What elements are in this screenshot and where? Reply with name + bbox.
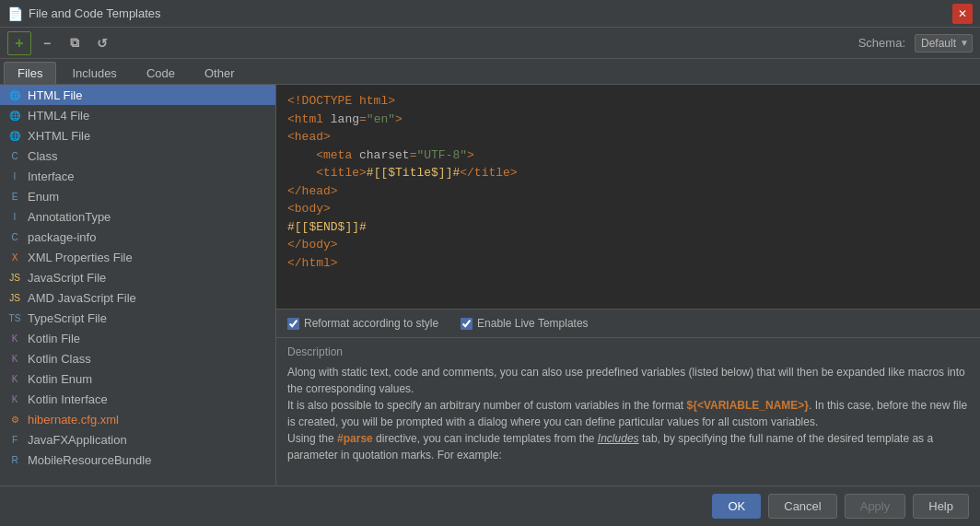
reset-button[interactable]: ↺ [90,31,114,55]
xml-icon: X [7,250,22,264]
sidebar-item-label: Kotlin Class [28,352,91,366]
kotlin-icon: K [7,331,22,345]
js-icon: JS [7,290,22,305]
fx-icon: F [7,432,22,447]
java-class-icon: C [7,229,22,244]
description-title: Description [287,345,969,358]
sidebar-item-label: AMD JavaScript File [28,291,136,305]
tabs-row: Files Includes Code Other [0,59,980,85]
sidebar-item-label: XHTML File [28,129,90,143]
html-icon: 🌐 [7,108,22,123]
content-area: <!DOCTYPE html><html lang="en"><head> <m… [276,85,980,485]
code-line: </head> [287,182,969,201]
code-line: <title>#[[$Title$]]#</title> [287,164,969,182]
sidebar-item-label: Class [28,149,58,163]
sidebar-item-label: Kotlin Enum [28,372,92,386]
sidebar-item-xml-properties[interactable]: XXML Properties File [0,247,275,267]
app-icon: 📄 [7,6,23,21]
cfg-icon: ⚙ [7,412,22,427]
tab-includes[interactable]: Includes [58,62,130,84]
sidebar-item-enum[interactable]: EEnum [0,186,275,206]
toolbar: + − ⧉ ↺ Schema: Default ▼ [0,28,980,59]
sidebar-item-annotation-type[interactable]: IAnnotationType [0,206,275,227]
sidebar-item-label: HTML4 File [28,109,89,123]
sidebar-item-html4-file[interactable]: 🌐HTML4 File [0,105,275,125]
java-iface-icon: I [7,209,22,224]
sidebar-item-kotlin-class[interactable]: KKotlin Class [0,348,275,368]
code-line: <body> [287,200,969,218]
help-button[interactable]: Help [913,494,969,519]
tab-code[interactable]: Code [133,62,189,84]
sidebar-item-xhtml-file[interactable]: 🌐XHTML File [0,125,275,146]
schema-label: Schema: [858,36,905,50]
schema-wrapper: Default ▼ [915,34,973,53]
schema-select[interactable]: Default [915,34,973,53]
sidebar-item-label: package-info [28,230,96,244]
live-templates-checkbox-label[interactable]: Enable Live Templates [461,317,589,330]
live-templates-label: Enable Live Templates [477,317,589,330]
sidebar-item-html-file[interactable]: 🌐HTML File [0,85,275,105]
sidebar: 🌐HTML File🌐HTML4 File🌐XHTML FileCClassII… [0,85,276,485]
sidebar-item-kotlin-enum[interactable]: KKotlin Enum [0,368,275,389]
sidebar-item-mobile-resource[interactable]: RMobileResourceBundle [0,450,275,470]
sidebar-item-label: hibernate.cfg.xml [28,413,119,427]
html-icon: 🌐 [7,88,22,102]
java-enum-icon: E [7,189,22,204]
sidebar-item-typescript-file[interactable]: TSTypeScript File [0,308,275,328]
remove-button[interactable]: − [35,31,59,55]
code-line: <meta charset="UTF-8"> [287,146,969,165]
cancel-button[interactable]: Cancel [768,494,836,519]
sidebar-item-class[interactable]: CClass [0,146,275,166]
sidebar-item-label: JavaScript File [28,271,106,285]
code-line: #[[$END$]]# [287,218,969,237]
copy-button[interactable]: ⧉ [63,31,87,55]
sidebar-item-label: AnnotationType [28,210,111,224]
description-text: Along with static text, code and comment… [287,364,969,463]
sidebar-item-label: Kotlin File [28,332,80,345]
sidebar-item-javascript-file[interactable]: JSJavaScript File [0,267,275,287]
ts-icon: TS [7,310,22,325]
code-line: <!DOCTYPE html> [287,92,969,111]
add-button[interactable]: + [7,31,31,55]
live-templates-checkbox[interactable] [461,318,472,330]
sidebar-item-label: TypeScript File [28,311,107,325]
sidebar-item-amd-javascript[interactable]: JSAMD JavaScript File [0,287,275,308]
sidebar-item-label: XML Properties File [28,251,133,264]
title-bar: 📄 File and Code Templates ✕ [0,0,980,28]
apply-button[interactable]: Apply [845,494,906,519]
dialog-title: File and Code Templates [29,6,952,20]
js-icon: JS [7,270,22,285]
checkboxes-row: Reformat according to style Enable Live … [276,309,980,338]
code-line: </body> [287,236,969,254]
reformat-checkbox-label[interactable]: Reformat according to style [287,317,438,330]
reformat-checkbox[interactable] [287,318,299,330]
ok-button[interactable]: OK [712,494,761,519]
sidebar-item-label: Enum [28,190,59,204]
sidebar-item-hibernate-cfg[interactable]: ⚙hibernate.cfg.xml [0,409,275,429]
sidebar-item-kotlin-interface[interactable]: KKotlin Interface [0,389,275,409]
tab-files[interactable]: Files [4,62,56,84]
sidebar-item-interface[interactable]: IInterface [0,166,275,186]
sidebar-item-javafx-application[interactable]: FJavaFXApplication [0,429,275,450]
code-line: </html> [287,254,969,273]
main-area: 🌐HTML File🌐HTML4 File🌐XHTML FileCClassII… [0,85,980,485]
close-button[interactable]: ✕ [952,4,973,24]
sidebar-item-label: Kotlin Interface [28,392,108,406]
java-class-icon: C [7,148,22,163]
sidebar-item-package-info[interactable]: Cpackage-info [0,227,275,247]
kotlin-icon: K [7,351,22,366]
sidebar-item-label: MobileResourceBundle [28,453,151,467]
java-iface-icon: I [7,169,22,183]
code-editor[interactable]: <!DOCTYPE html><html lang="en"><head> <m… [276,85,980,309]
sidebar-item-label: JavaFXApplication [28,433,127,447]
code-line: <html lang="en"> [287,111,969,129]
tab-other[interactable]: Other [191,62,249,84]
sidebar-item-kotlin-file[interactable]: KKotlin File [0,328,275,348]
kotlin-icon: K [7,392,22,406]
html-icon: 🌐 [7,128,22,143]
reformat-label: Reformat according to style [304,317,438,330]
kotlin-icon: K [7,371,22,386]
sidebar-item-label: Interface [28,169,75,183]
bottom-bar: OK Cancel Apply Help [0,485,980,526]
sidebar-item-label: HTML File [28,88,82,102]
